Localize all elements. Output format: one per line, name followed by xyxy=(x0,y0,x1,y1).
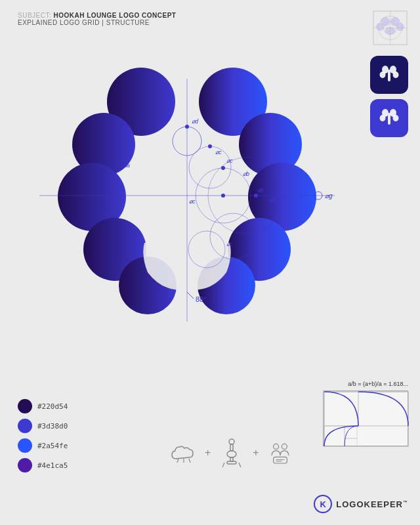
svg-line-55 xyxy=(187,292,194,299)
people-icon xyxy=(267,440,293,466)
svg-point-12 xyxy=(380,72,386,78)
svg-rect-69 xyxy=(230,444,233,451)
color-label-4: #4e1ca5 xyxy=(37,461,68,470)
grid-thumbnail xyxy=(372,10,408,46)
golden-ratio-formula: a/b = (a+b)/a = 1.618... xyxy=(348,381,408,387)
color-dot-3 xyxy=(18,438,32,453)
color-item-4: #4e1ca5 xyxy=(18,458,68,472)
svg-point-68 xyxy=(229,439,234,444)
svg-text:⌀d: ⌀d xyxy=(192,118,199,125)
svg-point-43 xyxy=(221,166,225,170)
svg-point-40 xyxy=(185,125,189,129)
svg-text:⌀c: ⌀c xyxy=(215,149,222,156)
svg-point-44 xyxy=(254,194,258,198)
header: SUBJECT: HOOKAH LOUNGE LOGO CONCEPT EXPL… xyxy=(18,12,176,26)
svg-text:88°: 88° xyxy=(196,295,207,303)
app-icon-blue xyxy=(370,99,408,137)
logokeeper-text: LOGOKEEPER™ xyxy=(336,499,408,509)
svg-rect-19 xyxy=(388,113,390,125)
svg-point-18 xyxy=(393,115,399,121)
svg-point-7 xyxy=(376,23,384,31)
header-subtitle: EXPLAINED LOGO GRID | STRUCTURE xyxy=(18,19,176,26)
cloud-icon xyxy=(171,440,197,466)
color-item-2: #3d38d0 xyxy=(18,419,68,433)
svg-text:⌀b: ⌀b xyxy=(243,171,249,177)
svg-text:⌀a: ⌀a xyxy=(123,162,130,169)
svg-point-9 xyxy=(385,27,396,35)
svg-text:⌀c: ⌀c xyxy=(226,241,233,247)
svg-text:⌀c: ⌀c xyxy=(226,158,233,164)
svg-rect-60 xyxy=(358,392,408,426)
svg-text:⌀c: ⌀c xyxy=(189,198,196,205)
svg-point-41 xyxy=(208,144,212,148)
svg-rect-59 xyxy=(324,392,358,426)
golden-ratio-label: a/b = (a+b)/a = 1.618... xyxy=(348,381,408,387)
svg-point-8 xyxy=(396,23,404,31)
logokeeper-icon: K xyxy=(314,495,332,513)
hookah-icon xyxy=(219,440,245,466)
logo-svg: ⌀d ⌀c ⌀c ⌀b ⌀b ⌀b ⌀c ⌀a ⌀c 88° ⌀g xyxy=(26,39,348,348)
plus-2: + xyxy=(253,447,259,459)
color-label-3: #2a54fe xyxy=(37,442,68,450)
svg-point-42 xyxy=(221,194,225,198)
page: SUBJECT: HOOKAH LOUNGE LOGO CONCEPT EXPL… xyxy=(0,0,420,525)
svg-point-17 xyxy=(380,115,386,121)
logokeeper-brand: K LOGOKEEPER™ xyxy=(314,495,408,513)
logo-main-area: ⌀d ⌀c ⌀c ⌀b ⌀b ⌀b ⌀c ⌀a ⌀c 88° ⌀g xyxy=(20,36,354,351)
svg-rect-72 xyxy=(227,461,236,464)
color-label-2: #3d38d0 xyxy=(37,422,68,430)
color-item-1: #220d54 xyxy=(18,399,68,413)
color-dot-4 xyxy=(18,458,32,472)
svg-text:⌀g: ⌀g xyxy=(325,192,333,200)
svg-point-13 xyxy=(393,72,399,78)
color-item-3: #2a54fe xyxy=(18,438,68,453)
svg-text:⌀b: ⌀b xyxy=(269,197,276,203)
icons-row: + + xyxy=(171,440,293,466)
svg-line-67 xyxy=(189,459,190,463)
color-dot-2 xyxy=(18,419,32,433)
color-label-1: #220d54 xyxy=(37,402,68,411)
plus-1: + xyxy=(205,447,211,459)
svg-point-75 xyxy=(273,444,278,449)
svg-point-70 xyxy=(227,451,236,457)
app-icons-panel xyxy=(370,56,408,137)
color-palette: #220d54 #3d38d0 #2a54fe #4e1ca5 xyxy=(18,399,68,472)
header-line1: SUBJECT: HOOKAH LOUNGE LOGO CONCEPT xyxy=(18,12,176,19)
svg-line-73 xyxy=(222,463,224,467)
subject-label: SUBJECT: xyxy=(18,12,51,19)
svg-rect-64 xyxy=(345,438,357,446)
svg-line-65 xyxy=(177,459,178,463)
subject-value: HOOKAH LOUNGE LOGO CONCEPT xyxy=(54,12,177,19)
color-dot-1 xyxy=(18,399,32,413)
svg-point-76 xyxy=(282,444,287,449)
svg-line-74 xyxy=(239,463,241,467)
svg-rect-77 xyxy=(273,457,287,463)
app-icon-dark xyxy=(370,56,408,94)
svg-rect-71 xyxy=(230,457,233,461)
golden-ratio-box xyxy=(323,390,408,446)
svg-rect-14 xyxy=(388,70,390,81)
svg-text:⌀b: ⌀b xyxy=(257,187,264,194)
